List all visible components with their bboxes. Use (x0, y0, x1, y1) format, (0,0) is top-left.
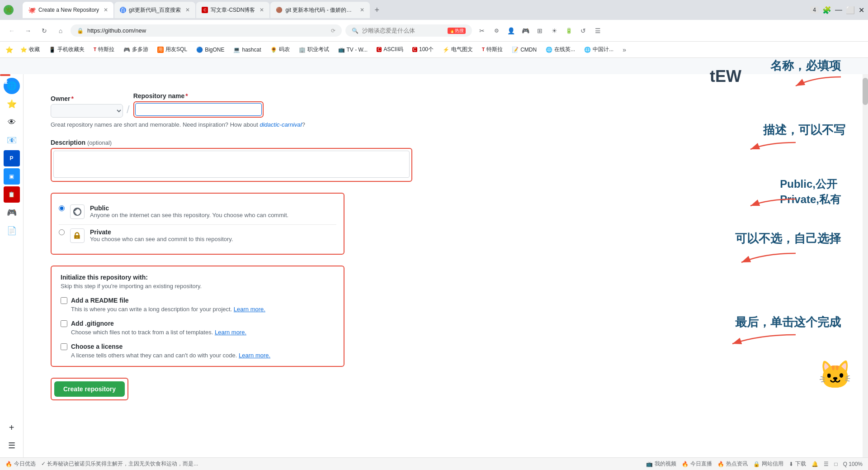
search-bar[interactable]: 🔍 🔥热搜 (345, 24, 472, 37)
address-input[interactable] (87, 27, 327, 34)
private-radio[interactable] (59, 229, 65, 235)
sync-btn[interactable]: ↺ (577, 24, 590, 37)
bookmark-career[interactable]: 🏢 职业考试 (295, 44, 333, 55)
bookmark-manong[interactable]: 🌻 码农 (267, 44, 293, 55)
tab-close-baidu[interactable]: ✕ (185, 7, 190, 13)
tab-close-git-local[interactable]: ✕ (360, 7, 364, 13)
bookmark-cmdn[interactable]: 📝 CMDN (508, 45, 540, 54)
gitignore-checkbox[interactable] (61, 320, 67, 327)
bookmark-duoduo[interactable]: 🎮 多多游 (120, 44, 152, 55)
bookmark-tesla[interactable]: T 特斯拉 (90, 44, 118, 55)
status-bell[interactable]: 🔔 (811, 461, 818, 467)
repo-name-input[interactable] (135, 103, 262, 116)
private-option[interactable]: Private You choose who can see and commi… (59, 224, 336, 247)
grid-btn[interactable]: ⊞ (533, 24, 546, 37)
readme-link[interactable]: Learn more. (234, 306, 265, 313)
readme-label[interactable]: Add a README file (61, 297, 335, 304)
tab-csdn[interactable]: C 写文章-CSDN博客 ✕ (196, 2, 269, 18)
minimize-icon[interactable]: — (835, 6, 842, 14)
scrollbar-thumb[interactable] (863, 78, 868, 105)
init-title: Initialize this repository with: (61, 274, 335, 281)
bookmark-bigone[interactable]: 🔵 BigONE (193, 45, 228, 54)
status-menu[interactable]: ☰ (824, 461, 829, 467)
description-input[interactable] (53, 151, 410, 178)
status-window[interactable]: □ (834, 461, 837, 467)
menu-btn[interactable]: ☰ (591, 24, 604, 37)
bookmark-tesla2[interactable]: T 特斯拉 (478, 44, 506, 55)
theme-btn[interactable]: ☀ (548, 24, 561, 37)
sidebar-game[interactable]: 🎮 (4, 204, 20, 221)
gitignore-link[interactable]: Learn more. (215, 329, 246, 336)
tab-count-badge: 4 (810, 6, 819, 14)
sidebar-red[interactable]: 📋 (4, 186, 20, 203)
sidebar-list[interactable]: ☰ (4, 437, 20, 454)
tab-create-repo[interactable]: 🐙 Create a New Repository ✕ (23, 2, 113, 18)
nav-actions: ✂ ⚙ 👤 🎮 ⊞ ☀ 🔋 ↺ ☰ (476, 24, 604, 37)
forward-button[interactable]: → (22, 24, 34, 37)
scrollbar-track[interactable] (863, 74, 868, 457)
owner-label: Owner* (51, 95, 123, 102)
license-link[interactable]: Learn more. (239, 352, 270, 359)
bookmark-uyou[interactable]: 用 用友SQL (154, 44, 191, 55)
license-label[interactable]: Choose a license (61, 343, 335, 350)
home-button[interactable]: ⌂ (54, 24, 67, 37)
sidebar-p[interactable]: P (4, 150, 20, 166)
sidebar-add[interactable]: + (4, 419, 20, 436)
hot-search-badge: 🔥热搜 (448, 28, 466, 34)
sidebar-eye[interactable]: 👁 (4, 114, 20, 130)
scissors-icon[interactable]: ✂ (476, 24, 488, 37)
status-youxuan[interactable]: 🔥 今日优选 (5, 460, 36, 468)
extensions-btn[interactable]: ⚙ (490, 24, 503, 37)
public-radio[interactable] (59, 205, 65, 211)
bookmark-mobile[interactable]: 📱 手机收藏夹 (45, 44, 88, 55)
bookmark-online[interactable]: 🌐 在线英... (542, 44, 579, 55)
bookmark-electric[interactable]: ⚡ 电气图文 (439, 44, 476, 55)
left-sidebar: 🌐 ⭐ 👁 📧 P ▣ 📋 🎮 📄 + ☰ (0, 74, 24, 457)
new-tab-button[interactable]: + (371, 2, 383, 18)
license-checkbox[interactable] (61, 343, 67, 350)
status-video[interactable]: 📺 我的视频 (646, 460, 676, 468)
search-input[interactable] (362, 27, 444, 34)
login-badge[interactable]: 登录账号 (0, 74, 10, 76)
sidebar-global[interactable]: 🌐 (4, 78, 20, 94)
back-button[interactable]: ← (5, 24, 18, 37)
tab-close-create-repo[interactable]: ✕ (104, 7, 108, 13)
bookmark-ascii[interactable]: C ASCII码 (373, 44, 407, 55)
sidebar-doc[interactable]: 📄 (4, 223, 20, 239)
game-btn[interactable]: 🎮 (519, 24, 532, 37)
bookmark-collections[interactable]: ⭐ 收藏 (17, 44, 43, 55)
extensions-icon[interactable]: 🧩 (822, 6, 831, 14)
status-live[interactable]: 🔥 今日直播 (682, 460, 712, 468)
owner-select[interactable] (51, 104, 123, 118)
gitignore-label[interactable]: Add .gitignore (61, 320, 335, 327)
public-option-text: Public Anyone on the internet can see th… (90, 204, 288, 218)
tab-git-local[interactable]: 🟤 git 更新本地代码 - 傲娇的草莓... ✕ (270, 2, 370, 18)
bookmark-china[interactable]: 🌐 中国计... (580, 44, 617, 55)
status-credit[interactable]: 🔒 网站信用 (753, 460, 783, 468)
status-news[interactable]: ✓ 长寿秘诀已被诺贝乐奖得主解开，主因无关饮食和运动，而是... (41, 460, 198, 468)
hashcat-icon: 💻 (233, 47, 240, 53)
readme-checkbox[interactable] (61, 297, 67, 304)
sidebar-dash[interactable]: ▣ (4, 168, 20, 185)
status-hotinfo[interactable]: 🔥 热点资讯 (717, 460, 748, 468)
china-label: 中国计... (593, 46, 613, 53)
address-bar[interactable]: 🔒 ⟳ (71, 24, 342, 37)
duoduo-label: 多多游 (132, 46, 148, 53)
private-option-text: Private You choose who can see and commi… (90, 228, 233, 242)
bigone-icon: 🔵 (196, 47, 203, 53)
public-option[interactable]: Public Anyone on the internet can see th… (59, 201, 336, 223)
status-download[interactable]: ⬇ 下载 (789, 460, 806, 468)
sidebar-star[interactable]: ⭐ (4, 96, 20, 112)
close-window-icon[interactable]: ✕ (859, 6, 864, 14)
maximize-icon[interactable]: ⬜ (846, 6, 855, 14)
bookmark-100[interactable]: C 100个 (409, 44, 437, 55)
user-btn[interactable]: 👤 (505, 24, 517, 37)
tab-close-csdn[interactable]: ✕ (259, 7, 264, 13)
sidebar-email[interactable]: 📧 (4, 132, 20, 148)
more-bookmarks[interactable]: » (619, 46, 630, 53)
refresh-button[interactable]: ↻ (38, 24, 51, 37)
bookmark-tv[interactable]: 📺 TV - W... (335, 45, 372, 54)
bookmark-hashcat[interactable]: 💻 hashcat (230, 45, 264, 54)
create-repository-button[interactable]: Create repository (54, 381, 125, 397)
tab-baidu[interactable]: 百 git更新代码_百度搜索 ✕ (114, 2, 195, 18)
